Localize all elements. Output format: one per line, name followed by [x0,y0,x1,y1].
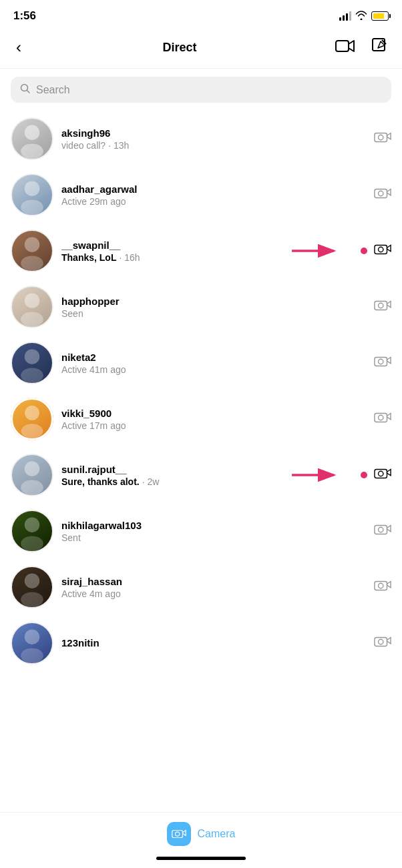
conv-preview: Seen [61,308,374,319]
camera-button[interactable] [374,242,391,260]
camera-button[interactable] [374,298,391,316]
conv-preview: Active 4m ago [61,588,374,599]
avatar [11,510,53,552]
conv-actions [374,354,391,372]
svg-rect-45 [172,831,182,838]
conv-actions [374,298,391,316]
svg-point-24 [25,406,39,420]
svg-rect-31 [375,470,387,478]
svg-point-44 [379,639,383,644]
conv-preview: video call? · 13h [61,140,374,151]
conv-info: 123nitin [61,637,374,650]
conv-actions [361,466,391,484]
svg-point-4 [21,144,43,159]
conv-username: __swapnil__ [61,240,361,251]
page-title: Direct [162,41,196,55]
conv-username: happhopper [61,296,374,307]
back-button[interactable]: ‹ [11,35,27,59]
avatar [11,398,53,440]
video-call-button[interactable] [333,35,358,59]
conv-actions [374,186,391,203]
conv-username: niketa2 [61,352,374,363]
conv-username: vikki_5900 [61,408,374,419]
conv-preview: Active 29m ago [61,196,374,207]
conv-info: vikki_5900 Active 17m ago [61,408,374,431]
svg-point-12 [21,256,43,272]
svg-point-20 [25,349,40,364]
conversation-item[interactable]: siraj_hassan Active 4m ago [0,559,402,615]
header: ‹ Direct [0,29,402,69]
svg-rect-39 [375,582,387,590]
svg-rect-26 [375,414,387,422]
conv-info: happhopper Seen [61,296,374,319]
conv-info: aksingh96 video call? · 13h [61,127,374,151]
search-bar[interactable]: Search [11,77,391,103]
conversation-item[interactable]: __swapnil__ Thanks, LoL · 16h [0,223,402,279]
conv-preview: Active 17m ago [61,420,374,431]
svg-point-36 [379,527,383,532]
svg-rect-9 [375,189,387,198]
avatar [11,230,53,272]
conv-username: siraj_hassan [61,576,374,587]
status-time: 1:56 [13,9,36,23]
svg-point-42 [21,648,43,664]
conv-username: aadhar_agarwal [61,183,374,195]
svg-rect-5 [375,133,387,142]
camera-button[interactable] [374,410,391,428]
conversation-item[interactable]: nikhilagarwal103 Sent [0,503,402,559]
svg-point-11 [25,237,40,252]
camera-bar[interactable]: Camera [0,813,402,853]
avatar [11,566,53,608]
header-actions [333,35,391,60]
conv-actions [374,522,391,540]
conv-username: nikhilagarwal103 [61,520,374,531]
svg-point-15 [379,247,383,252]
svg-rect-35 [375,526,387,534]
conv-info: siraj_hassan Active 4m ago [61,576,374,599]
svg-point-7 [25,181,40,196]
battery-icon: ⚡ [371,11,389,21]
camera-button[interactable] [374,578,391,596]
conv-preview: Sent [61,532,374,543]
conversation-item[interactable]: happhopper Seen [0,279,402,335]
unread-indicator [361,472,367,478]
conv-actions [374,410,391,428]
conversation-item[interactable]: sunil.rajput__ Sure, thanks alot. · 2w [0,447,402,503]
conv-username: sunil.rajput__ [61,464,361,475]
conversation-item[interactable]: aksingh96 video call? · 13h [0,111,402,167]
svg-point-3 [25,125,40,140]
camera-button[interactable] [374,522,391,540]
conversation-item[interactable]: aadhar_agarwal Active 29m ago [0,167,402,223]
conversation-list: aksingh96 video call? · 13h aadhar_a [0,111,402,671]
unread-indicator [361,248,367,254]
svg-point-17 [21,312,43,328]
camera-button[interactable] [374,130,391,147]
avatar [11,622,53,665]
camera-button[interactable] [374,634,391,652]
svg-point-29 [21,480,43,496]
camera-button[interactable] [374,354,391,372]
avatar [11,454,53,496]
camera-button[interactable] [374,466,391,484]
svg-rect-18 [375,302,387,310]
conv-info: __swapnil__ Thanks, LoL · 16h [61,240,361,263]
conv-info: aadhar_agarwal Active 29m ago [61,183,374,207]
compose-button[interactable] [369,35,391,60]
svg-point-32 [379,471,383,476]
conv-actions [374,578,391,596]
conversation-item[interactable]: vikki_5900 Active 17m ago [0,391,402,447]
conversation-item[interactable]: 123nitin [0,615,402,671]
conv-username: 123nitin [61,637,374,648]
svg-point-28 [25,461,40,476]
svg-point-21 [21,368,43,384]
svg-rect-22 [375,358,387,366]
conv-info: nikhilagarwal103 Sent [61,520,374,543]
conv-preview: Thanks, LoL · 16h [61,252,361,263]
conversation-item[interactable]: niketa2 Active 41m ago [0,335,402,391]
camera-button[interactable] [374,186,391,203]
avatar [11,286,53,328]
svg-point-10 [379,191,383,195]
conv-preview: Active 41m ago [61,364,374,375]
conv-info: niketa2 Active 41m ago [61,352,374,375]
wifi-icon [355,11,367,22]
